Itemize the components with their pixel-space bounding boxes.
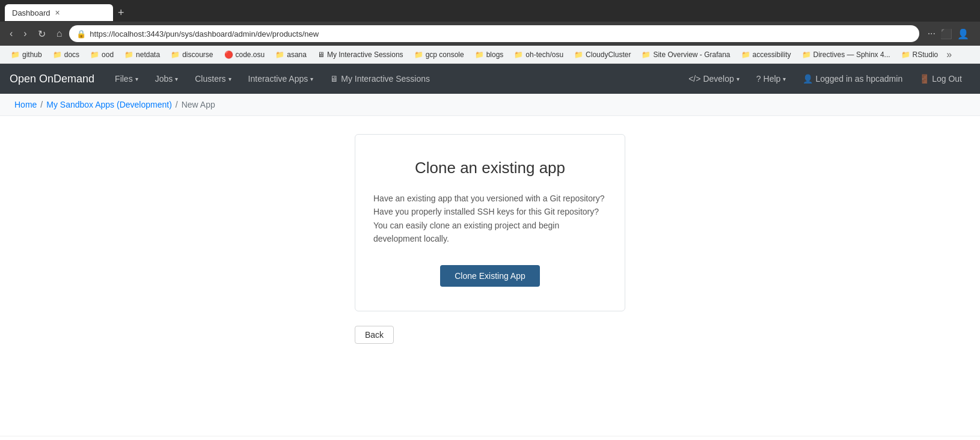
nav-label: Interactive Apps <box>248 74 308 84</box>
help-icon: ? <box>756 74 761 84</box>
dropdown-caret-icon: ▾ <box>228 76 231 82</box>
bookmark-folder-icon: 📁 <box>90 50 99 59</box>
bookmark-label: netdata <box>136 50 160 59</box>
bookmark-code-osu[interactable]: 🔴 code.osu <box>219 49 270 60</box>
nav-item-my-interactive-sessions[interactable]: 🖥 My Interactive Sessions <box>322 66 438 92</box>
dropdown-caret-icon: ▾ <box>175 76 178 82</box>
navbar-right: </> Develop ▾ ? Help ▾ 👤 Logged in as hp… <box>680 66 970 92</box>
bookmark-label: RStudio <box>913 50 939 59</box>
bookmark-blogs[interactable]: 📁 blogs <box>470 49 509 60</box>
more-options-icon[interactable]: ··· <box>928 28 936 39</box>
bookmark-label: blogs <box>486 50 504 59</box>
back-nav-button[interactable]: ‹ <box>6 27 16 40</box>
bookmark-label: oh-tech/osu <box>525 50 563 59</box>
bookmark-label: gcp console <box>426 50 464 59</box>
dropdown-caret-icon: ▾ <box>310 76 313 82</box>
bookmark-github[interactable]: 📁 github <box>6 49 47 60</box>
nav-item-develop[interactable]: </> Develop ▾ <box>680 66 748 92</box>
bookmark-interactive-sessions[interactable]: 🖥 My Interactive Sessions <box>313 49 408 60</box>
forward-nav-button[interactable]: › <box>20 27 30 40</box>
bookmark-rstudio[interactable]: 📁 RStudio <box>896 49 943 60</box>
bookmark-label: Site Overview - Grafana <box>653 50 730 59</box>
bookmark-folder-icon: 📁 <box>642 50 651 59</box>
bookmark-oh-tech[interactable]: 📁 oh-tech/osu <box>509 49 568 60</box>
card-description: Have an existing app that you versioned … <box>373 192 607 246</box>
bookmark-folder-icon: 📁 <box>741 50 750 59</box>
url-bar[interactable]: 🔒 https://localhost:3443/pun/sys/dashboa… <box>69 25 919 42</box>
bookmark-netdata[interactable]: 📁 netdata <box>120 49 165 60</box>
nav-item-clusters[interactable]: Clusters ▾ <box>186 66 239 92</box>
main-content: Clone an existing app Have an existing a… <box>0 116 980 436</box>
nav-item-files[interactable]: Files ▾ <box>106 66 147 92</box>
bookmarks-bar: 📁 github 📁 docs 📁 ood 📁 netdata 📁 discou… <box>0 46 980 64</box>
nav-label: Help <box>764 74 781 84</box>
tab-close-button[interactable]: × <box>55 8 60 17</box>
nav-label: Clusters <box>195 74 225 84</box>
card-title: Clone an existing app <box>373 159 607 177</box>
extensions-icon[interactable]: ⬛ <box>940 28 952 40</box>
bookmark-docs[interactable]: 📁 docs <box>48 49 84 60</box>
bookmark-label: code.osu <box>236 50 265 59</box>
secure-icon: 🔒 <box>76 29 86 38</box>
bookmark-label: github <box>22 50 42 59</box>
monitor-icon: 🖥 <box>317 50 325 59</box>
tab-title: Dashboard <box>12 8 51 17</box>
bookmark-circle-icon: 🔴 <box>224 50 233 59</box>
bookmark-folder-icon: 📁 <box>514 50 523 59</box>
bookmark-folder-icon: 📁 <box>901 50 910 59</box>
footer: powered by OPEN ÐOnDemand OnDemand versi… <box>0 436 980 440</box>
bookmark-folder-icon: 📁 <box>574 50 583 59</box>
nav-item-interactive-apps[interactable]: Interactive Apps ▾ <box>240 66 322 92</box>
nav-label: Files <box>115 74 133 84</box>
browser-chrome: Dashboard × + ‹ › ↻ ⌂ 🔒 https://localhos… <box>0 0 980 64</box>
nav-item-logout[interactable]: 🚪 Log Out <box>911 66 970 92</box>
bookmark-asana[interactable]: 📁 asana <box>271 49 311 60</box>
back-button[interactable]: Back <box>355 326 394 344</box>
breadcrumb-current: New App <box>182 100 215 109</box>
breadcrumb-sandbox-apps[interactable]: My Sandbox Apps (Development) <box>46 100 172 109</box>
nav-label: My Interactive Sessions <box>341 74 430 84</box>
bookmarks-overflow-button[interactable]: » <box>944 48 954 61</box>
bookmark-cloudycluster[interactable]: 📁 CloudyCluster <box>569 49 635 60</box>
clone-existing-app-button[interactable]: Clone Existing App <box>440 265 540 287</box>
bookmark-folder-icon: 📁 <box>275 50 284 59</box>
bookmark-folder-icon: 📁 <box>414 50 423 59</box>
bookmark-folder-icon: 📁 <box>124 50 133 59</box>
clone-app-card: Clone an existing app Have an existing a… <box>355 134 625 311</box>
navbar-brand[interactable]: Open OnDemand <box>10 73 94 85</box>
nav-label: Develop <box>703 74 733 84</box>
bookmark-ood[interactable]: 📁 ood <box>85 49 118 60</box>
nav-item-jobs[interactable]: Jobs ▾ <box>147 66 187 92</box>
bookmark-directives[interactable]: 📁 Directives — Sphinx 4... <box>797 49 895 60</box>
home-nav-button[interactable]: ⌂ <box>53 27 66 40</box>
browser-tab[interactable]: Dashboard × <box>5 4 113 21</box>
url-text: https://localhost:3443/pun/sys/dashboard… <box>90 29 911 38</box>
bookmark-discourse[interactable]: 📁 discourse <box>166 49 218 60</box>
bookmark-folder-icon: 📁 <box>475 50 484 59</box>
breadcrumb-separator: / <box>40 100 43 109</box>
bookmark-accessibility[interactable]: 📁 accessibility <box>737 49 796 60</box>
new-tab-button[interactable]: + <box>113 7 129 19</box>
bookmark-folder-icon: 📁 <box>11 50 20 59</box>
nav-item-help[interactable]: ? Help ▾ <box>748 66 795 92</box>
code-icon: </> <box>688 74 700 84</box>
breadcrumb-separator: / <box>176 100 178 109</box>
bookmark-label: ood <box>102 50 114 59</box>
breadcrumb-home[interactable]: Home <box>14 100 37 109</box>
bookmark-gcp-console[interactable]: 📁 gcp console <box>409 49 469 60</box>
browser-controls: ··· ⬛ 👤 <box>923 28 974 40</box>
refresh-nav-button[interactable]: ↻ <box>34 27 49 41</box>
logout-icon: 🚪 <box>919 74 929 84</box>
nav-label: Jobs <box>155 74 173 84</box>
breadcrumb-container: Home / My Sandbox Apps (Development) / N… <box>0 94 980 116</box>
bookmark-label: docs <box>64 50 79 59</box>
dropdown-caret-icon: ▾ <box>135 76 138 82</box>
bookmark-grafana[interactable]: 📁 Site Overview - Grafana <box>637 49 735 60</box>
user-profile-icon[interactable]: 👤 <box>957 28 969 40</box>
nav-label: Logged in as hpcadmin <box>815 74 902 84</box>
tab-bar: Dashboard × + <box>0 0 980 22</box>
nav-item-user[interactable]: 👤 Logged in as hpcadmin <box>794 66 911 92</box>
navbar-items: Files ▾ Jobs ▾ Clusters ▾ Interactive Ap… <box>106 66 438 92</box>
address-bar: ‹ › ↻ ⌂ 🔒 https://localhost:3443/pun/sys… <box>0 22 980 46</box>
bookmark-label: My Interactive Sessions <box>327 50 403 59</box>
